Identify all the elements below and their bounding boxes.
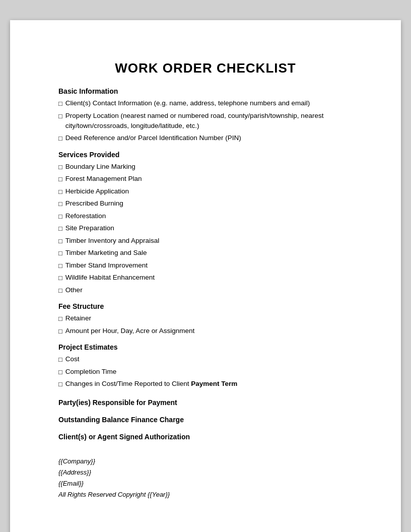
item-label: Amount per Hour, Day, Acre or Assignment xyxy=(65,326,353,336)
list-item: □ Retainer xyxy=(58,313,353,324)
checkbox-icon: □ xyxy=(58,174,62,184)
list-item: □ Cost xyxy=(58,354,353,365)
item-label: Forest Management Plan xyxy=(65,174,353,184)
checkbox-icon: □ xyxy=(58,134,62,144)
list-item: □ Changes in Cost/Time Reported to Clien… xyxy=(58,379,353,389)
section-fee-structure: Fee Structure □ Retainer □ Amount per Ho… xyxy=(58,302,353,336)
checkbox-icon: □ xyxy=(58,99,62,109)
item-label: Completion Time xyxy=(65,367,353,377)
item-label: Client(s) Contact Information (e.g. name… xyxy=(65,98,353,108)
checkbox-icon: □ xyxy=(58,224,62,234)
item-label: Property Location (nearest named or numb… xyxy=(65,111,353,131)
item-label: Deed Reference and/or Parcel Identificat… xyxy=(65,133,353,143)
item-label: Changes in Cost/Time Reported to Client … xyxy=(65,379,353,389)
checkbox-icon: □ xyxy=(58,286,62,296)
checkbox-icon: □ xyxy=(58,162,62,172)
item-label: Timber Stand Improvement xyxy=(65,260,353,271)
item-label: Reforestation xyxy=(65,211,353,221)
list-item: □ Property Location (nearest named or nu… xyxy=(58,111,353,131)
checkbox-icon: □ xyxy=(58,236,62,246)
checkbox-icon: □ xyxy=(58,248,62,258)
list-item: □ Site Preparation xyxy=(58,223,353,234)
item-label: Boundary Line Marking xyxy=(65,162,353,172)
checkbox-icon: □ xyxy=(58,314,62,324)
list-item: □ Client(s) Contact Information (e.g. na… xyxy=(58,98,353,109)
checkbox-icon: □ xyxy=(58,187,62,197)
item-label: Prescribed Burning xyxy=(65,198,353,209)
section-payment: Party(ies) Responsible for Payment xyxy=(58,398,353,407)
list-item: □ Herbicide Application xyxy=(58,186,353,197)
list-item: □ Timber Stand Improvement xyxy=(58,260,353,271)
list-item: □ Amount per Hour, Day, Acre or Assignme… xyxy=(58,326,353,337)
list-item: □ Boundary Line Marking xyxy=(58,162,353,172)
list-item: □ Deed Reference and/or Parcel Identific… xyxy=(58,133,353,144)
item-label: Timber Inventory and Appraisal xyxy=(65,236,353,246)
heading-authorization: Client(s) or Agent Signed Authorization xyxy=(58,433,353,441)
checkbox-icon: □ xyxy=(58,199,62,209)
section-basic-information: Basic Information □ Client(s) Contact In… xyxy=(58,87,353,144)
footer-address: {{Address}} xyxy=(58,467,353,478)
section-heading-fee: Fee Structure xyxy=(58,302,353,310)
checkbox-icon: □ xyxy=(58,111,62,121)
footer-copyright: All Rights Reserved Copyright {{Year}} xyxy=(58,489,353,500)
list-item: □ Forest Management Plan xyxy=(58,174,353,184)
list-item: □ Other xyxy=(58,285,353,296)
section-heading-estimates: Project Estimates xyxy=(58,343,353,351)
checkbox-icon: □ xyxy=(58,367,62,377)
checkbox-icon: □ xyxy=(58,379,62,389)
list-item: □ Prescribed Burning xyxy=(58,198,353,209)
item-label: Timber Marketing and Sale xyxy=(65,248,353,258)
section-heading-basic: Basic Information xyxy=(58,87,353,95)
section-project-estimates: Project Estimates □ Cost □ Completion Ti… xyxy=(58,343,353,389)
list-item: □ Completion Time xyxy=(58,367,353,377)
list-item: □ Timber Marketing and Sale xyxy=(58,248,353,258)
section-heading-services: Services Provided xyxy=(58,151,353,159)
checkbox-icon: □ xyxy=(58,273,62,283)
item-label: Retainer xyxy=(65,313,353,323)
heading-payment: Party(ies) Responsible for Payment xyxy=(58,398,353,407)
section-finance-charge: Outstanding Balance Finance Charge xyxy=(58,416,353,424)
item-label: Herbicide Application xyxy=(65,186,353,196)
footer-email: {{Email}} xyxy=(58,478,353,489)
checkbox-icon: □ xyxy=(58,212,62,222)
footer-company: {{Company}} xyxy=(58,456,353,467)
section-services-provided: Services Provided □ Boundary Line Markin… xyxy=(58,151,353,296)
checkbox-icon: □ xyxy=(58,355,62,365)
checkbox-icon: □ xyxy=(58,261,62,271)
heading-finance-charge: Outstanding Balance Finance Charge xyxy=(58,416,353,424)
section-authorization: Client(s) or Agent Signed Authorization xyxy=(58,433,353,441)
page: WORK ORDER CHECKLIST Basic Information □… xyxy=(10,20,401,532)
list-item: □ Timber Inventory and Appraisal xyxy=(58,236,353,246)
item-label: Cost xyxy=(65,354,353,364)
item-label: Wildlife Habitat Enhancement xyxy=(65,273,353,283)
footer: {{Company}} {{Address}} {{Email}} All Ri… xyxy=(58,456,353,500)
list-item: □ Reforestation xyxy=(58,211,353,222)
checkbox-icon: □ xyxy=(58,326,62,337)
list-item: □ Wildlife Habitat Enhancement xyxy=(58,273,353,283)
item-label: Site Preparation xyxy=(65,223,353,233)
page-title: WORK ORDER CHECKLIST xyxy=(58,60,353,76)
item-label: Other xyxy=(65,285,353,295)
